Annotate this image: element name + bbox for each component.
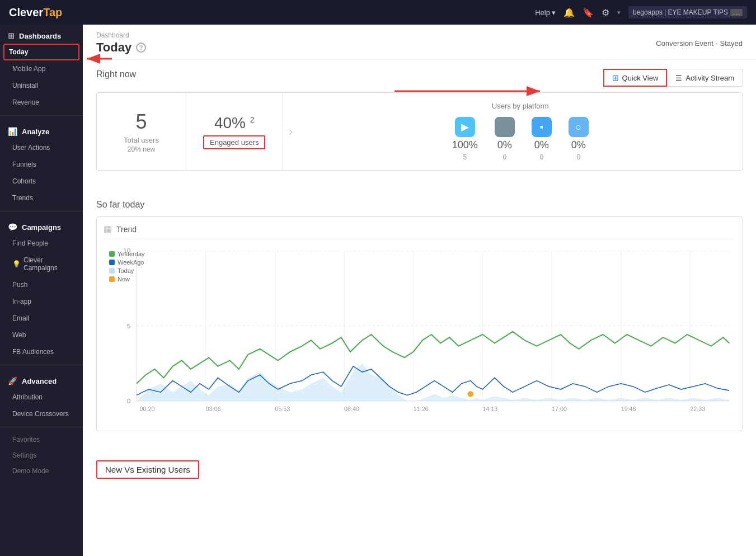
platform-title: Users by platform	[309, 102, 731, 110]
sidebar-item-clever-campaigns[interactable]: 💡 Clever Campaigns	[0, 252, 83, 276]
app-logo[interactable]: CleverTap	[9, 6, 62, 19]
android-platform-icon: ▶	[455, 117, 475, 137]
sidebar-advanced-header: 🚀 Advanced	[0, 370, 83, 389]
page-header: Dashboard Today ? Conversion Event - Sta…	[83, 25, 756, 60]
main-content: Dashboard Today ? Conversion Event - Sta…	[83, 25, 756, 556]
svg-text:00:20: 00:20	[140, 406, 155, 412]
sidebar-dashboards-header: ⊞ Dashboards	[0, 25, 83, 44]
svg-text:19:46: 19:46	[621, 406, 636, 412]
sidebar-item-find-people[interactable]: Find People	[0, 235, 83, 252]
sidebar-item-fb-audiences[interactable]: FB Audiences	[0, 343, 83, 360]
page-title: Today ?	[96, 40, 146, 55]
legend-item-now: Now	[109, 276, 145, 282]
android-count: 5	[463, 153, 467, 161]
sidebar-item-device-crossovers[interactable]: Device Crossovers	[0, 406, 83, 422]
user-info[interactable]: begoapps | EYE MAKEUP TIPS .....	[628, 6, 747, 18]
rightnow-card: 5 Total users 20% new 40% 2 Engaged user…	[96, 92, 743, 171]
help-button[interactable]: Help ▾	[535, 8, 556, 17]
sidebar: ⊞ Dashboards Today Mobile App Uninstall …	[0, 25, 83, 556]
svg-text:14:13: 14:13	[482, 406, 497, 412]
settings-icon[interactable]: ⚙	[602, 7, 609, 18]
sidebar-item-uninstall[interactable]: Uninstall	[0, 77, 83, 94]
sofar-section: So far today ▦ Trend YesterdayWeekAgoTod…	[83, 191, 756, 451]
platform-item-apple: 0% 0	[495, 117, 515, 161]
sidebar-item-favorites[interactable]: Favorites	[0, 432, 83, 447]
sidebar-item-demo-mode[interactable]: Demo Mode	[0, 463, 83, 479]
chart-header: ▦ Trend	[104, 224, 735, 239]
other-count: 0	[576, 153, 580, 161]
lightbulb-icon: 💡	[12, 260, 21, 268]
sidebar-item-web[interactable]: Web	[0, 327, 83, 343]
android-pct: 100%	[452, 139, 478, 151]
topnav-right: Help ▾ 🔔 🔖 ⚙ ▾ begoapps | EYE MAKEUP TIP…	[535, 6, 747, 18]
other-platform-icon: ○	[569, 117, 589, 137]
svg-text:22:33: 22:33	[690, 406, 705, 412]
apple-platform-icon	[495, 117, 515, 137]
svg-text:03:06: 03:06	[206, 406, 221, 412]
dashboard-icon: ⊞	[8, 31, 15, 40]
svg-text:5: 5	[127, 323, 131, 329]
sidebar-item-push[interactable]: Push	[0, 276, 83, 293]
sidebar-item-cohorts[interactable]: Cohorts	[0, 173, 83, 190]
chart-title: Trend	[116, 225, 137, 234]
page-help-icon[interactable]: ?	[136, 43, 146, 53]
rocket-icon: 🚀	[8, 376, 17, 385]
arrow-separator: ›	[283, 93, 298, 170]
rightnow-title: Right now	[96, 69, 136, 79]
sidebar-analyze-header: 📊 Analyze	[0, 120, 83, 139]
sidebar-campaigns-header: 💬 Campaigns	[0, 216, 83, 235]
sidebar-item-today[interactable]: Today	[3, 44, 79, 60]
legend-item-yesterday: Yesterday	[109, 251, 145, 257]
platform-section: Users by platform ▶ 100% 5 0% 0 ▪ 0% 0 ○…	[298, 93, 742, 170]
platform-item-other: ○ 0% 0	[569, 117, 589, 161]
total-users-block: 5 Total users 20% new	[97, 93, 186, 170]
new-vs-existing-header: New Vs Existing Users	[96, 460, 199, 479]
sidebar-item-in-app[interactable]: In-app	[0, 293, 83, 310]
svg-point-24	[468, 391, 474, 397]
rightnow-section: Right now ⊞ Quick View ☰ Activity Stream…	[83, 60, 756, 191]
bar-chart-icon: ▦	[104, 224, 112, 234]
notifications-icon[interactable]: 🔔	[564, 7, 575, 18]
sidebar-item-email[interactable]: Email	[0, 310, 83, 327]
sidebar-item-settings[interactable]: Settings	[0, 447, 83, 463]
sidebar-item-attribution[interactable]: Attribution	[0, 389, 83, 406]
svg-text:11:26: 11:26	[414, 406, 429, 412]
grid-icon: ⊞	[612, 73, 619, 82]
windows-count: 0	[539, 153, 543, 161]
engaged-pct: 40% 2	[214, 114, 255, 132]
platform-item-android: ▶ 100% 5	[452, 117, 478, 161]
legend-item-today: Today	[109, 267, 145, 274]
conversion-event: Conversion Event - Stayed	[656, 39, 743, 48]
trend-chart-container: ▦ Trend YesterdayWeekAgoTodayNow 10	[96, 216, 743, 431]
windows-pct: 0%	[534, 139, 549, 151]
list-icon: ☰	[675, 74, 682, 82]
engaged-users-block: 40% 2 Engaged users	[186, 93, 283, 170]
top-navigation: CleverTap Help ▾ 🔔 🔖 ⚙ ▾ begoapps | EYE …	[0, 0, 756, 25]
svg-text:05:53: 05:53	[275, 406, 290, 412]
quickview-button[interactable]: ⊞ Quick View	[603, 69, 668, 87]
other-pct: 0%	[571, 139, 586, 151]
bookmark-icon[interactable]: 🔖	[583, 7, 594, 18]
total-users-sub: 20% new	[128, 145, 155, 153]
engaged-users-label: Engaged users	[203, 135, 265, 149]
chevron-down-icon: ▾	[552, 8, 556, 17]
sidebar-item-trends[interactable]: Trends	[0, 190, 83, 206]
platform-item-windows: ▪ 0% 0	[532, 117, 552, 161]
sidebar-item-revenue[interactable]: Revenue	[0, 94, 83, 111]
rightnow-toolbar: ⊞ Quick View ☰ Activity Stream	[603, 69, 743, 87]
svg-text:0: 0	[127, 398, 131, 404]
sidebar-item-user-actions[interactable]: User Actions	[0, 139, 83, 156]
total-users-label: Total users	[124, 136, 159, 144]
sidebar-item-mobile-app[interactable]: Mobile App	[0, 60, 83, 77]
trend-svg: 10 5 0 00:20 03:06	[104, 245, 735, 424]
platform-list: ▶ 100% 5 0% 0 ▪ 0% 0 ○ 0% 0	[309, 117, 731, 161]
legend-item-weekago: WeekAgo	[109, 259, 145, 266]
chevron-settings-icon: ▾	[617, 9, 621, 16]
chart-icon: 📊	[8, 127, 17, 136]
activity-stream-button[interactable]: ☰ Activity Stream	[667, 69, 743, 87]
apple-count: 0	[503, 153, 506, 161]
logo-tap: Tap	[43, 6, 62, 19]
sidebar-item-funnels[interactable]: Funnels	[0, 156, 83, 173]
chart-legend: YesterdayWeekAgoTodayNow	[109, 251, 145, 282]
breadcrumb: Dashboard	[96, 31, 146, 39]
